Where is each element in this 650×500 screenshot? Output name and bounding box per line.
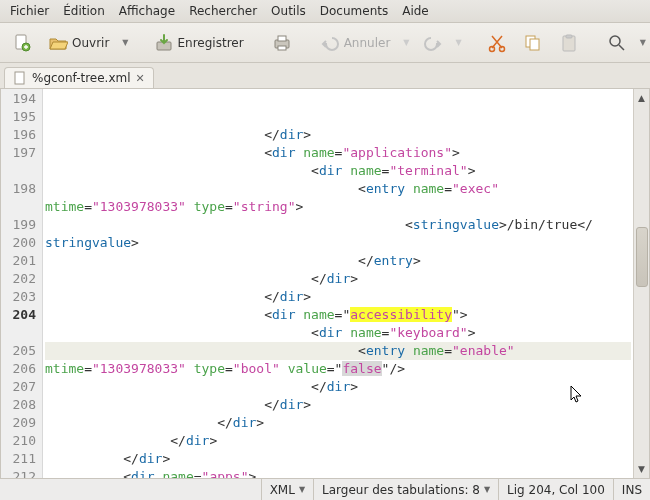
svg-point-7 (499, 46, 504, 51)
svg-point-12 (610, 36, 620, 46)
chevron-down-icon: ▼ (299, 485, 305, 494)
search-icon (607, 33, 627, 53)
tab-width-selector[interactable]: Largeur des tabulations: 8 ▼ (313, 479, 498, 500)
undo-label: Annuler (344, 36, 391, 50)
menu-edit[interactable]: Édition (57, 2, 111, 20)
code-line[interactable]: </dir> (45, 378, 631, 396)
document-tab[interactable]: %gconf-tree.xml ✕ (4, 67, 154, 88)
insert-mode[interactable]: INS (613, 479, 650, 500)
language-selector[interactable]: XML ▼ (261, 479, 313, 500)
scroll-down-arrow[interactable]: ▼ (638, 462, 645, 476)
svg-rect-11 (566, 35, 572, 38)
search-button[interactable] (601, 30, 633, 56)
vertical-scrollbar[interactable]: ▲ ▼ (633, 89, 649, 478)
code-line[interactable]: </dir> (45, 288, 631, 306)
code-line[interactable]: <dir name="keyboard"> (45, 324, 631, 342)
open-folder-icon (48, 33, 68, 53)
scrollbar-track[interactable] (635, 107, 649, 460)
search-dropdown-arrow[interactable]: ▼ (637, 38, 649, 47)
save-button[interactable]: Enregistrer (148, 30, 250, 56)
tab-width-label: Largeur des tabulations: 8 (322, 483, 480, 497)
menu-file[interactable]: Fichier (4, 2, 55, 20)
svg-rect-9 (530, 39, 539, 50)
chevron-down-icon: ▼ (484, 485, 490, 494)
code-line[interactable]: <dir name="applications"> (45, 144, 631, 162)
redo-button[interactable] (417, 30, 449, 56)
cut-icon (487, 33, 507, 53)
new-document-button[interactable] (6, 30, 38, 56)
toolbar: Ouvrir ▼ Enregistrer Annuler ▼ ▼ (0, 23, 650, 63)
code-line[interactable]: <entry name="exec" (45, 180, 631, 198)
code-line[interactable]: </dir> (45, 270, 631, 288)
menubar: Fichier Édition Affichage Rechercher Out… (0, 0, 650, 23)
open-dropdown-arrow[interactable]: ▼ (119, 38, 131, 47)
code-line[interactable]: <dir name="accessibility"> (45, 306, 631, 324)
open-button[interactable]: Ouvrir (42, 30, 115, 56)
menu-view[interactable]: Affichage (113, 2, 181, 20)
tab-close-button[interactable]: ✕ (136, 72, 145, 85)
print-icon (272, 33, 292, 53)
code-line[interactable]: </dir> (45, 414, 631, 432)
menu-documents[interactable]: Documents (314, 2, 394, 20)
scrollbar-thumb[interactable] (636, 227, 648, 287)
code-line[interactable]: </dir> (45, 432, 631, 450)
redo-dropdown-arrow[interactable]: ▼ (453, 38, 465, 47)
undo-button[interactable]: Annuler (314, 30, 397, 56)
language-label: XML (270, 483, 295, 497)
statusbar: XML ▼ Largeur des tabulations: 8 ▼ Lig 2… (0, 478, 650, 500)
code-line[interactable]: </dir> (45, 450, 631, 468)
code-line[interactable]: </entry> (45, 252, 631, 270)
undo-icon (320, 33, 340, 53)
menu-search[interactable]: Rechercher (183, 2, 263, 20)
code-line[interactable]: </dir> (45, 126, 631, 144)
statusbar-spacer (0, 479, 261, 500)
cursor-position: Lig 204, Col 100 (498, 479, 613, 500)
copy-icon (523, 33, 543, 53)
code-line[interactable]: stringvalue> (45, 234, 631, 252)
code-line[interactable]: <dir name="terminal"> (45, 162, 631, 180)
print-button[interactable] (266, 30, 298, 56)
menu-help[interactable]: Aide (396, 2, 435, 20)
svg-point-6 (489, 46, 494, 51)
code-line[interactable]: mtime="1303978033" type="bool" value="fa… (45, 360, 631, 378)
redo-icon (423, 33, 443, 53)
code-area[interactable]: </dir> <dir name="applications"> <dir na… (43, 89, 633, 478)
code-line[interactable]: mtime="1303978033" type="string"> (45, 198, 631, 216)
tabbar: %gconf-tree.xml ✕ (0, 63, 650, 88)
svg-rect-5 (278, 46, 286, 50)
code-line[interactable]: <dir name="apps"> (45, 468, 631, 478)
code-line[interactable]: <entry name="enable" (45, 342, 631, 360)
svg-rect-4 (278, 36, 286, 41)
code-line[interactable]: </dir> (45, 396, 631, 414)
save-icon (154, 33, 174, 53)
code-line[interactable]: <stringvalue>/bin/true</ (45, 216, 631, 234)
cursor-position-label: Lig 204, Col 100 (507, 483, 605, 497)
copy-button[interactable] (517, 30, 549, 56)
tab-filename: %gconf-tree.xml (32, 71, 131, 85)
file-icon (13, 71, 27, 85)
insert-mode-label: INS (622, 483, 642, 497)
svg-rect-13 (15, 72, 24, 84)
editor: 1941951961971981992002012022032042052062… (0, 88, 650, 478)
menu-tools[interactable]: Outils (265, 2, 312, 20)
save-label: Enregistrer (178, 36, 244, 50)
open-label: Ouvrir (72, 36, 109, 50)
scroll-up-arrow[interactable]: ▲ (638, 91, 645, 105)
paste-icon (559, 33, 579, 53)
undo-dropdown-arrow[interactable]: ▼ (400, 38, 412, 47)
paste-button[interactable] (553, 30, 585, 56)
line-number-gutter: 1941951961971981992002012022032042052062… (1, 89, 43, 478)
cut-button[interactable] (481, 30, 513, 56)
new-document-icon (12, 33, 32, 53)
